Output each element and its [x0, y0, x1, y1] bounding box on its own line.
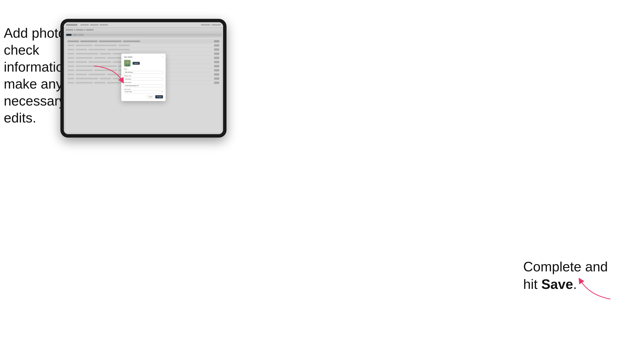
school-year-field-group: School Year × ▲ ▼	[124, 89, 163, 93]
tablet-device: User details × Upload Name	[60, 19, 226, 138]
display-name-label: Display name	[124, 75, 163, 76]
email-label: Email address	[124, 82, 163, 83]
avatar-section: Upload	[124, 60, 163, 66]
save-button[interactable]: ⬆ Save	[155, 95, 163, 98]
save-icon: ⬆	[157, 96, 158, 97]
user-details-modal: User details × Upload Name	[121, 53, 166, 101]
name-label: Name	[124, 68, 163, 70]
display-name-input[interactable]	[124, 77, 163, 80]
input-controls: × ▲ ▼	[160, 91, 162, 93]
left-arrow	[92, 64, 126, 87]
tablet-screen: User details × Upload Name	[64, 22, 223, 134]
right-arrow	[574, 276, 612, 302]
modal-close-button[interactable]: ×	[162, 56, 163, 58]
display-name-field-group: Display name	[124, 75, 163, 81]
arrow-down-icon[interactable]: ▼	[162, 92, 163, 93]
modal-header: User details ×	[124, 56, 163, 58]
save-label: Save	[158, 96, 162, 97]
input-arrows: ▲ ▼	[162, 91, 163, 93]
name-input[interactable]	[124, 71, 163, 74]
name-field-group: Name	[124, 68, 163, 74]
modal-title: User details	[124, 56, 132, 58]
email-field-group: Email address	[124, 82, 163, 87]
svg-point-4	[127, 62, 128, 63]
cancel-button[interactable]: Cancel	[147, 95, 154, 98]
svg-rect-5	[127, 63, 128, 65]
school-year-input[interactable]	[124, 90, 163, 93]
modal-footer: Cancel ⬆ Save	[124, 95, 163, 98]
school-year-label: School Year	[124, 89, 163, 90]
email-input[interactable]	[124, 84, 163, 87]
clear-icon[interactable]: ×	[160, 91, 161, 92]
upload-button[interactable]: Upload	[133, 62, 140, 65]
school-year-wrapper: × ▲ ▼	[124, 90, 163, 93]
